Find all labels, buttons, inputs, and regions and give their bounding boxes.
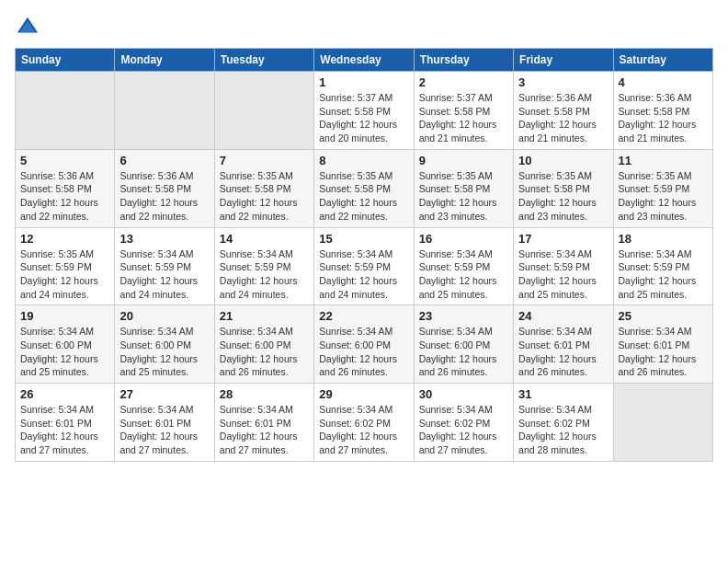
calendar-week: 1Sunrise: 5:37 AM Sunset: 5:58 PM Daylig…	[16, 72, 713, 150]
logo-icon	[15, 15, 40, 40]
calendar-cell: 21Sunrise: 5:34 AM Sunset: 6:00 PM Dayli…	[214, 305, 313, 384]
calendar-cell: 6Sunrise: 5:36 AM Sunset: 5:58 PM Daylig…	[115, 149, 214, 227]
day-info: Sunrise: 5:34 AM Sunset: 6:01 PM Dayligh…	[20, 403, 109, 457]
calendar-body: 1Sunrise: 5:37 AM Sunset: 5:58 PM Daylig…	[16, 72, 713, 462]
calendar-cell: 13Sunrise: 5:34 AM Sunset: 5:59 PM Dayli…	[115, 227, 214, 305]
weekday-header: Wednesday	[314, 49, 414, 72]
calendar-cell: 26Sunrise: 5:34 AM Sunset: 6:01 PM Dayli…	[16, 384, 115, 462]
day-number: 30	[419, 387, 508, 401]
weekday-header: Tuesday	[214, 49, 313, 72]
calendar-cell	[115, 72, 214, 150]
day-number: 12	[20, 232, 109, 246]
day-info: Sunrise: 5:34 AM Sunset: 6:00 PM Dayligh…	[220, 325, 309, 379]
calendar-cell	[16, 72, 115, 150]
day-info: Sunrise: 5:34 AM Sunset: 6:01 PM Dayligh…	[619, 325, 708, 379]
day-info: Sunrise: 5:34 AM Sunset: 5:59 PM Dayligh…	[119, 247, 209, 302]
day-number: 11	[619, 154, 708, 167]
day-number: 22	[319, 309, 408, 323]
day-number: 7	[220, 154, 309, 167]
day-info: Sunrise: 5:35 AM Sunset: 5:59 PM Dayligh…	[619, 169, 708, 224]
calendar-cell: 15Sunrise: 5:34 AM Sunset: 5:59 PM Dayli…	[314, 227, 414, 305]
day-number: 2	[419, 75, 508, 89]
logo	[15, 15, 44, 40]
calendar-cell: 20Sunrise: 5:34 AM Sunset: 6:00 PM Dayli…	[115, 305, 214, 384]
calendar-cell: 3Sunrise: 5:36 AM Sunset: 5:58 PM Daylig…	[514, 72, 613, 150]
day-info: Sunrise: 5:35 AM Sunset: 5:59 PM Dayligh…	[20, 247, 109, 302]
day-info: Sunrise: 5:34 AM Sunset: 6:00 PM Dayligh…	[319, 325, 408, 379]
day-info: Sunrise: 5:35 AM Sunset: 5:58 PM Dayligh…	[419, 169, 508, 224]
day-number: 13	[119, 232, 209, 246]
day-info: Sunrise: 5:35 AM Sunset: 5:58 PM Dayligh…	[220, 169, 309, 224]
calendar-cell: 10Sunrise: 5:35 AM Sunset: 5:58 PM Dayli…	[514, 149, 613, 227]
calendar-cell: 18Sunrise: 5:34 AM Sunset: 5:59 PM Dayli…	[613, 227, 712, 305]
calendar-cell: 23Sunrise: 5:34 AM Sunset: 6:00 PM Dayli…	[414, 305, 513, 384]
day-number: 24	[518, 309, 608, 323]
calendar-cell: 2Sunrise: 5:37 AM Sunset: 5:58 PM Daylig…	[414, 72, 513, 150]
calendar-cell: 17Sunrise: 5:34 AM Sunset: 5:59 PM Dayli…	[514, 227, 613, 305]
calendar-cell: 8Sunrise: 5:35 AM Sunset: 5:58 PM Daylig…	[314, 149, 414, 227]
calendar-cell: 29Sunrise: 5:34 AM Sunset: 6:02 PM Dayli…	[314, 384, 414, 462]
day-info: Sunrise: 5:34 AM Sunset: 6:02 PM Dayligh…	[518, 403, 608, 457]
calendar-cell: 11Sunrise: 5:35 AM Sunset: 5:59 PM Dayli…	[613, 149, 712, 227]
calendar-cell: 24Sunrise: 5:34 AM Sunset: 6:01 PM Dayli…	[514, 305, 613, 384]
weekday-header: Friday	[514, 49, 613, 72]
day-info: Sunrise: 5:36 AM Sunset: 5:58 PM Dayligh…	[518, 91, 608, 145]
day-number: 17	[518, 232, 608, 246]
calendar-cell: 25Sunrise: 5:34 AM Sunset: 6:01 PM Dayli…	[613, 305, 712, 384]
calendar-cell: 19Sunrise: 5:34 AM Sunset: 6:00 PM Dayli…	[16, 305, 115, 384]
calendar-cell: 22Sunrise: 5:34 AM Sunset: 6:00 PM Dayli…	[314, 305, 414, 384]
day-number: 16	[419, 232, 508, 246]
day-info: Sunrise: 5:34 AM Sunset: 6:00 PM Dayligh…	[419, 325, 508, 379]
day-info: Sunrise: 5:34 AM Sunset: 5:59 PM Dayligh…	[518, 247, 608, 302]
day-number: 3	[518, 75, 608, 89]
day-number: 5	[20, 154, 109, 167]
calendar-cell: 4Sunrise: 5:36 AM Sunset: 5:58 PM Daylig…	[613, 72, 712, 150]
day-info: Sunrise: 5:36 AM Sunset: 5:58 PM Dayligh…	[119, 169, 209, 224]
day-number: 31	[518, 387, 608, 401]
calendar-cell: 30Sunrise: 5:34 AM Sunset: 6:02 PM Dayli…	[414, 384, 513, 462]
calendar-cell: 1Sunrise: 5:37 AM Sunset: 5:58 PM Daylig…	[314, 72, 414, 150]
calendar-cell: 12Sunrise: 5:35 AM Sunset: 5:59 PM Dayli…	[16, 227, 115, 305]
day-info: Sunrise: 5:36 AM Sunset: 5:58 PM Dayligh…	[20, 169, 109, 224]
day-number: 25	[619, 309, 708, 323]
day-number: 10	[518, 154, 608, 167]
calendar-cell: 28Sunrise: 5:34 AM Sunset: 6:01 PM Dayli…	[214, 384, 313, 462]
day-info: Sunrise: 5:34 AM Sunset: 6:01 PM Dayligh…	[119, 403, 209, 457]
calendar-week: 19Sunrise: 5:34 AM Sunset: 6:00 PM Dayli…	[16, 305, 713, 384]
calendar-cell	[613, 384, 712, 462]
calendar-cell: 31Sunrise: 5:34 AM Sunset: 6:02 PM Dayli…	[514, 384, 613, 462]
day-info: Sunrise: 5:36 AM Sunset: 5:58 PM Dayligh…	[619, 91, 708, 145]
day-info: Sunrise: 5:34 AM Sunset: 6:02 PM Dayligh…	[419, 403, 508, 457]
weekday-header: Monday	[115, 49, 214, 72]
calendar-cell: 16Sunrise: 5:34 AM Sunset: 5:59 PM Dayli…	[414, 227, 513, 305]
day-number: 15	[319, 232, 408, 246]
day-number: 1	[319, 75, 408, 89]
day-number: 9	[419, 154, 508, 167]
weekday-row: SundayMondayTuesdayWednesdayThursdayFrid…	[16, 49, 713, 72]
day-number: 18	[619, 232, 708, 246]
calendar-cell: 27Sunrise: 5:34 AM Sunset: 6:01 PM Dayli…	[115, 384, 214, 462]
day-info: Sunrise: 5:37 AM Sunset: 5:58 PM Dayligh…	[419, 91, 508, 145]
day-info: Sunrise: 5:37 AM Sunset: 5:58 PM Dayligh…	[319, 91, 408, 145]
day-info: Sunrise: 5:34 AM Sunset: 6:00 PM Dayligh…	[119, 325, 209, 379]
day-info: Sunrise: 5:34 AM Sunset: 5:59 PM Dayligh…	[220, 247, 309, 302]
day-info: Sunrise: 5:34 AM Sunset: 5:59 PM Dayligh…	[319, 247, 408, 302]
calendar-cell	[214, 72, 313, 150]
weekday-header: Sunday	[16, 49, 115, 72]
page-header	[15, 15, 713, 40]
day-info: Sunrise: 5:34 AM Sunset: 6:01 PM Dayligh…	[220, 403, 309, 457]
day-info: Sunrise: 5:34 AM Sunset: 6:02 PM Dayligh…	[319, 403, 408, 457]
day-number: 27	[119, 387, 209, 401]
day-info: Sunrise: 5:34 AM Sunset: 5:59 PM Dayligh…	[419, 247, 508, 302]
calendar-week: 26Sunrise: 5:34 AM Sunset: 6:01 PM Dayli…	[16, 384, 713, 462]
calendar-header: SundayMondayTuesdayWednesdayThursdayFrid…	[16, 49, 713, 72]
day-info: Sunrise: 5:34 AM Sunset: 6:00 PM Dayligh…	[20, 325, 109, 379]
day-number: 26	[20, 387, 109, 401]
day-info: Sunrise: 5:35 AM Sunset: 5:58 PM Dayligh…	[518, 169, 608, 224]
day-number: 23	[419, 309, 508, 323]
calendar-cell: 9Sunrise: 5:35 AM Sunset: 5:58 PM Daylig…	[414, 149, 513, 227]
calendar-cell: 14Sunrise: 5:34 AM Sunset: 5:59 PM Dayli…	[214, 227, 313, 305]
weekday-header: Saturday	[613, 49, 712, 72]
day-number: 21	[220, 309, 309, 323]
day-number: 28	[220, 387, 309, 401]
